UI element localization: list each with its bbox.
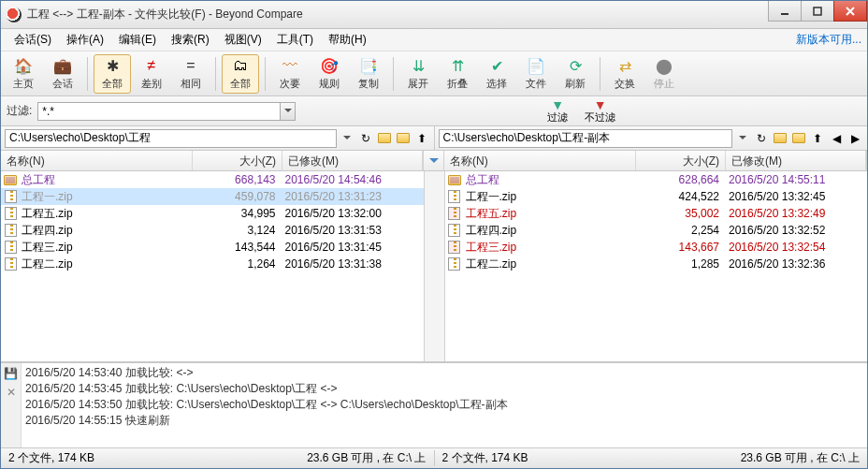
right-browse-folder-button[interactable] (772, 130, 788, 147)
left-path-dropdown[interactable] (339, 130, 355, 147)
file-name: 工程二.zip (22, 256, 192, 272)
file-row[interactable]: 工程三.zip143,6672016/5/20 13:32:54 (445, 239, 868, 256)
file-row[interactable]: 工程五.zip34,9952016/5/20 13:32:00 (1, 205, 424, 222)
file-row[interactable]: 工程一.zip424,5222016/5/20 13:32:45 (445, 188, 868, 205)
structure-all-button[interactable]: 🗂全部 (222, 54, 259, 94)
right-up-button[interactable]: ⬆ (809, 130, 826, 147)
select-button[interactable]: ✔选择 (478, 54, 515, 94)
left-file-pane[interactable]: 总工程668,1432016/5/20 14:54:46工程一.zip459,0… (1, 171, 425, 361)
copy-icon: 📑 (359, 57, 378, 75)
menu-help[interactable]: 帮助(H) (321, 29, 374, 51)
col-name[interactable]: 名称(N) (444, 151, 636, 170)
menu-edit[interactable]: 编辑(E) (111, 29, 164, 51)
menu-tools[interactable]: 工具(T) (269, 29, 321, 51)
update-available-link[interactable]: 新版本可用... (796, 32, 861, 48)
right-history-button[interactable]: ↻ (753, 130, 770, 147)
toolbar-separator (393, 57, 394, 91)
log-line: 2016/5/20 14:53:40 加载比较: <-> (25, 365, 863, 381)
log-body[interactable]: 2016/5/20 14:53:40 加载比较: <->2016/5/20 14… (22, 363, 867, 447)
col-modified[interactable]: 已修改(M) (282, 151, 423, 170)
apply-filter-button[interactable]: ▼过滤 (542, 97, 573, 125)
disk-icon[interactable]: 💾 (4, 367, 18, 380)
filter-input[interactable] (37, 102, 281, 121)
col-modified[interactable]: 已修改(M) (726, 151, 866, 170)
file-size: 628,664 (635, 173, 725, 186)
file-row[interactable]: 工程二.zip1,2642016/5/20 13:31:38 (1, 256, 424, 272)
left-browse-folder-button[interactable] (376, 130, 393, 147)
file-row[interactable]: 工程一.zip459,0782016/5/20 13:31:23 (1, 188, 424, 205)
zip-file-icon (5, 224, 17, 237)
file-row[interactable]: 总工程628,6642016/5/20 14:55:11 (445, 171, 868, 188)
close-button[interactable] (833, 1, 867, 22)
folder-open-icon (792, 133, 805, 143)
menubar: 会话(S) 操作(A) 编辑(E) 搜索(R) 视图(V) 工具(T) 帮助(H… (1, 29, 867, 51)
session-button[interactable]: 💼会话 (44, 54, 81, 94)
right-back-button[interactable]: ◀ (828, 130, 845, 147)
menu-view[interactable]: 视图(V) (217, 29, 269, 51)
copy-button[interactable]: 📑复制 (350, 54, 387, 94)
home-button[interactable]: 🏠主页 (5, 54, 42, 94)
titlebar[interactable]: 工程 <--> 工程-副本 - 文件夹比较(F) - Beyond Compar… (1, 1, 867, 29)
filter-dropdown-button[interactable] (281, 102, 296, 121)
file-name: 工程四.zip (466, 223, 636, 239)
left-browse-open-button[interactable] (395, 130, 412, 147)
right-file-count: 2 个文件, 174 KB (442, 450, 741, 466)
right-file-pane[interactable]: 总工程628,6642016/5/20 14:55:11工程一.zip424,5… (445, 171, 868, 361)
file-size: 3,124 (192, 224, 282, 237)
collapse-button[interactable]: ⇈折叠 (439, 54, 476, 94)
center-gutter-header[interactable] (424, 151, 444, 171)
right-browse-open-button[interactable] (790, 130, 807, 147)
show-all-button[interactable]: ✱全部 (94, 54, 131, 94)
file-row[interactable]: 工程五.zip35,0022016/5/20 13:32:49 (445, 205, 868, 222)
referee-icon: 🎯 (320, 57, 339, 75)
file-modified: 2016/5/20 13:31:45 (282, 241, 422, 254)
left-history-button[interactable]: ↻ (357, 130, 374, 147)
files-button[interactable]: 📄文件 (517, 54, 555, 94)
stop-button[interactable]: ⬤停止 (645, 54, 683, 94)
rules-button[interactable]: 🎯规则 (311, 54, 348, 94)
center-gutter[interactable] (425, 171, 445, 361)
col-name[interactable]: 名称(N) (1, 151, 193, 170)
file-name: 工程一.zip (466, 189, 636, 205)
filter-label: 过滤: (7, 103, 32, 119)
menu-action[interactable]: 操作(A) (59, 29, 111, 51)
file-row[interactable]: 工程四.zip2,2542016/5/20 13:32:52 (445, 222, 868, 239)
window-title: 工程 <--> 工程-副本 - 文件夹比较(F) - Beyond Compar… (27, 7, 867, 22)
clear-log-icon[interactable]: ✕ (7, 386, 16, 399)
show-diff-button[interactable]: ≠差别 (133, 54, 170, 94)
right-path-input[interactable] (439, 129, 733, 148)
clear-filter-button[interactable]: ▼不过滤 (579, 97, 621, 125)
folder-icon (774, 133, 787, 143)
zip-file-icon (5, 207, 17, 220)
refresh-button[interactable]: ⟳刷新 (557, 54, 594, 94)
chevron-down-icon (739, 136, 746, 140)
minor-button[interactable]: 〰次要 (271, 54, 309, 94)
maximize-button[interactable] (801, 1, 834, 22)
show-same-button[interactable]: =相同 (172, 54, 210, 94)
right-forward-button[interactable]: ▶ (846, 130, 863, 147)
file-size: 668,143 (192, 173, 282, 186)
toolbar-separator (215, 57, 216, 91)
folder-icon (4, 175, 17, 185)
expand-icon: ⇊ (412, 57, 425, 75)
left-up-button[interactable]: ⬆ (413, 130, 430, 147)
file-row[interactable]: 工程四.zip3,1242016/5/20 13:31:53 (1, 222, 424, 239)
swap-button[interactable]: ⇄交换 (606, 54, 644, 94)
col-size[interactable]: 大小(Z) (193, 151, 282, 170)
app-icon (7, 7, 22, 22)
file-name: 工程五.zip (22, 206, 192, 222)
minimize-button[interactable] (768, 1, 802, 22)
file-row[interactable]: 工程二.zip1,2852016/5/20 13:32:36 (445, 256, 868, 272)
right-disk-free: 23.6 GB 可用 , 在 C:\ 上 (741, 450, 860, 466)
zip-file-icon (5, 241, 17, 254)
expand-button[interactable]: ⇊展开 (399, 54, 437, 94)
left-path-input[interactable] (5, 129, 337, 148)
col-size[interactable]: 大小(Z) (636, 151, 726, 170)
file-row[interactable]: 工程三.zip143,5442016/5/20 13:31:45 (1, 239, 424, 256)
right-path-dropdown[interactable] (734, 130, 751, 147)
file-size: 143,544 (192, 241, 282, 254)
menu-search[interactable]: 搜索(R) (164, 29, 217, 51)
file-row[interactable]: 总工程668,1432016/5/20 14:54:46 (1, 171, 424, 188)
menu-session[interactable]: 会话(S) (7, 29, 59, 51)
folder-open-icon (397, 133, 410, 143)
